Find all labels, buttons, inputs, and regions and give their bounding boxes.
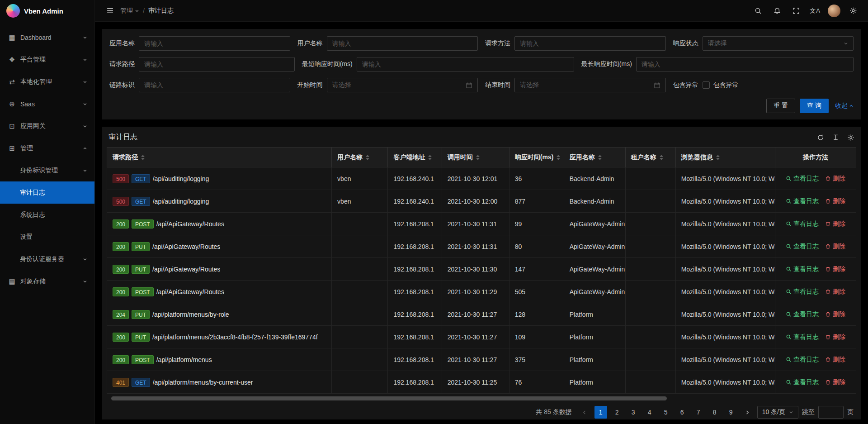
cell-app-name: Backend-Admin [564, 167, 625, 190]
view-log-button[interactable]: 查看日志 [786, 243, 819, 251]
column-settings-icon[interactable] [847, 134, 854, 141]
sort-icon[interactable] [557, 155, 560, 160]
delete-button[interactable]: 删除 [825, 378, 845, 386]
view-log-button[interactable]: 查看日志 [786, 175, 819, 183]
sidebar-item-dashboard[interactable]: ▦ Dashboard [0, 26, 94, 48]
response-status-select[interactable]: 请选择 [703, 36, 854, 51]
scrollbar-thumb[interactable] [111, 396, 667, 400]
reset-button[interactable]: 重 置 [766, 99, 795, 113]
app-logo[interactable]: Vben Admin [0, 0, 94, 22]
view-log-button[interactable]: 查看日志 [786, 356, 819, 364]
min-response-time-input[interactable] [362, 61, 569, 68]
query-button[interactable]: 查 询 [800, 99, 829, 113]
delete-button[interactable]: 删除 [825, 288, 845, 296]
sort-icon[interactable] [366, 155, 369, 160]
method-badge: POST [132, 219, 154, 229]
cell-call-time: 2021-10-30 11:25 [442, 371, 509, 394]
cell-actions: 查看日志 删除 [775, 258, 856, 281]
request-method-input[interactable] [520, 40, 660, 47]
sidebar-item-object-storage[interactable]: ▤ 对象存储 [0, 270, 94, 292]
app-title: Vben Admin [24, 7, 63, 15]
sort-icon[interactable] [716, 155, 720, 160]
settings-gear-icon[interactable] [845, 3, 861, 19]
method-badge: PUT [132, 265, 150, 274]
request-path-input[interactable] [144, 61, 289, 68]
table-row: 204 PUT /api/platform/menus/by-role 192.… [107, 303, 856, 326]
page-button-7[interactable]: 7 [692, 406, 705, 419]
sidebar-item-management[interactable]: ⊞ 管理 [0, 137, 94, 159]
end-time-picker[interactable]: 请选择 [514, 78, 666, 92]
jump-page-input[interactable] [818, 406, 844, 419]
sidebar-item-auth-server[interactable]: 身份认证服务器 [0, 248, 94, 270]
sidebar-collapse-icon[interactable] [102, 3, 118, 19]
column-header-call-time[interactable]: 调用时间 [442, 148, 509, 167]
sort-icon[interactable] [598, 155, 602, 160]
sidebar-item-localization[interactable]: ⇄ 本地化管理 [0, 71, 94, 93]
sort-icon[interactable] [476, 155, 480, 160]
page-button-3[interactable]: 3 [627, 406, 640, 419]
trace-id-input[interactable] [144, 81, 285, 89]
column-header-app-name[interactable]: 应用名称 [564, 148, 625, 167]
page-size-select[interactable]: 10 条/页 [757, 406, 798, 419]
delete-button[interactable]: 删除 [825, 243, 845, 251]
include-exception-checkbox[interactable] [703, 81, 710, 89]
prev-page-button[interactable] [578, 406, 591, 419]
sidebar-item-gateway[interactable]: ⊡ 应用网关 [0, 115, 94, 137]
page-button-8[interactable]: 8 [708, 406, 721, 419]
user-name-input[interactable] [332, 40, 473, 47]
view-log-button[interactable]: 查看日志 [786, 265, 819, 273]
horizontal-scrollbar[interactable] [111, 396, 852, 400]
column-header-client-address[interactable]: 客户端地址 [388, 148, 442, 167]
page-button-1[interactable]: 1 [594, 406, 607, 419]
page-button-5[interactable]: 5 [660, 406, 672, 419]
delete-button[interactable]: 删除 [825, 265, 845, 273]
sidebar-item-saas[interactable]: ⊕ Saas [0, 93, 94, 115]
row-height-icon[interactable] [832, 134, 839, 141]
notification-bell-icon[interactable] [769, 3, 785, 19]
language-icon[interactable]: 文A [807, 3, 823, 19]
view-log-button[interactable]: 查看日志 [786, 197, 819, 205]
refresh-icon[interactable] [817, 134, 824, 141]
view-log-button[interactable]: 查看日志 [786, 333, 819, 341]
avatar[interactable] [826, 3, 842, 19]
cell-user-name [332, 326, 388, 348]
breadcrumb: 管理 / 审计日志 [120, 7, 174, 15]
view-log-button[interactable]: 查看日志 [786, 310, 819, 319]
object-storage-icon: ▤ [8, 277, 16, 286]
sidebar-item-identity-management[interactable]: 身份标识管理 [0, 159, 94, 181]
max-response-time-input[interactable] [642, 61, 848, 68]
column-header-user-name[interactable]: 用户名称 [332, 148, 388, 167]
page-button-2[interactable]: 2 [611, 406, 623, 419]
cell-actions: 查看日志 删除 [775, 371, 856, 394]
column-header-request-path[interactable]: 请求路径 [107, 148, 332, 167]
delete-button[interactable]: 删除 [825, 220, 845, 228]
collapse-filter-button[interactable]: 收起 [835, 102, 854, 110]
sidebar-item-audit-log[interactable]: 审计日志 [0, 181, 94, 204]
page-button-4[interactable]: 4 [643, 406, 656, 419]
search-icon[interactable] [750, 3, 766, 19]
view-log-button[interactable]: 查看日志 [786, 378, 819, 386]
view-log-button[interactable]: 查看日志 [786, 220, 819, 228]
fullscreen-icon[interactable] [788, 3, 804, 19]
column-header-browser-info[interactable]: 浏览器信息 [675, 148, 775, 167]
sort-icon[interactable] [428, 155, 432, 160]
delete-button[interactable]: 删除 [825, 310, 845, 319]
delete-button[interactable]: 删除 [825, 333, 845, 341]
delete-button[interactable]: 删除 [825, 175, 845, 183]
delete-button[interactable]: 删除 [825, 197, 845, 205]
next-page-button[interactable] [741, 406, 754, 419]
page-button-9[interactable]: 9 [725, 406, 737, 419]
view-log-button[interactable]: 查看日志 [786, 288, 819, 296]
breadcrumb-parent[interactable]: 管理 [120, 7, 139, 15]
sidebar-item-platform[interactable]: ❖ 平台管理 [0, 48, 94, 71]
start-time-picker[interactable]: 请选择 [327, 78, 478, 92]
sort-icon[interactable] [660, 155, 663, 160]
sort-icon[interactable] [141, 155, 145, 160]
sidebar-item-settings[interactable]: 设置 [0, 226, 94, 248]
app-name-input[interactable] [144, 40, 285, 47]
column-header-tenant-name[interactable]: 租户名称 [625, 148, 675, 167]
delete-button[interactable]: 删除 [825, 356, 845, 364]
page-button-6[interactable]: 6 [676, 406, 689, 419]
column-header-response-time[interactable]: 响应时间(ms) [509, 148, 564, 167]
sidebar-item-system-log[interactable]: 系统日志 [0, 204, 94, 226]
